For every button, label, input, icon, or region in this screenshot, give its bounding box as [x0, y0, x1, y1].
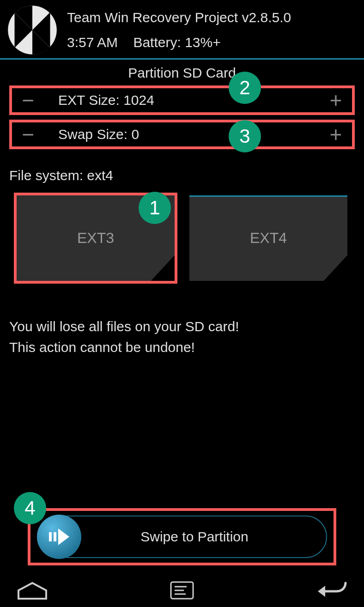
- warning-text: You will lose all files on your SD card!…: [0, 284, 364, 358]
- ext-plus-button[interactable]: +: [320, 88, 352, 112]
- annotation-badge-3: 3: [229, 120, 261, 152]
- annotation-badge-2: 2: [229, 72, 261, 104]
- svg-rect-1: [49, 532, 52, 541]
- back-icon[interactable]: [313, 579, 350, 602]
- swap-plus-button[interactable]: +: [320, 122, 352, 146]
- ext-minus-button[interactable]: −: [12, 88, 44, 112]
- swap-size-label: Swap Size: 0: [44, 127, 320, 142]
- swap-size-stepper: − Swap Size: 0 +: [9, 120, 355, 149]
- annotation-badge-4: 4: [14, 492, 46, 524]
- screen-title: Partition SD Card: [0, 65, 364, 81]
- ext4-button[interactable]: EXT4: [189, 195, 347, 281]
- status-bar: 3:57 AM Battery: 13%+: [67, 30, 291, 55]
- ext-size-label: EXT Size: 1024: [44, 92, 320, 108]
- app-title: Team Win Recovery Project v2.8.5.0: [67, 5, 291, 30]
- svg-rect-2: [54, 532, 56, 541]
- header: Team Win Recovery Project v2.8.5.0 3:57 …: [0, 0, 364, 55]
- battery-label: Battery: 13%+: [133, 35, 220, 50]
- swipe-track: Swipe to Partition: [37, 516, 327, 558]
- time-label: 3:57 AM: [67, 35, 118, 50]
- warning-line-1: You will lose all files on your SD card!: [9, 316, 355, 337]
- console-icon[interactable]: [164, 579, 200, 602]
- header-divider: [0, 58, 364, 60]
- ext-size-stepper: − EXT Size: 1024 +: [9, 85, 355, 115]
- nav-bar: [0, 574, 364, 607]
- annotation-badge-1: 1: [139, 192, 171, 224]
- swipe-label: Swipe to Partition: [63, 529, 326, 545]
- swipe-container: Swipe to Partition: [28, 508, 336, 565]
- swap-minus-button[interactable]: −: [12, 122, 44, 146]
- file-system-label: File system: ext4: [0, 154, 364, 193]
- warning-line-2: This action cannot be undone!: [9, 337, 355, 358]
- twrp-logo-icon: [7, 5, 58, 55]
- home-icon[interactable]: [14, 579, 51, 602]
